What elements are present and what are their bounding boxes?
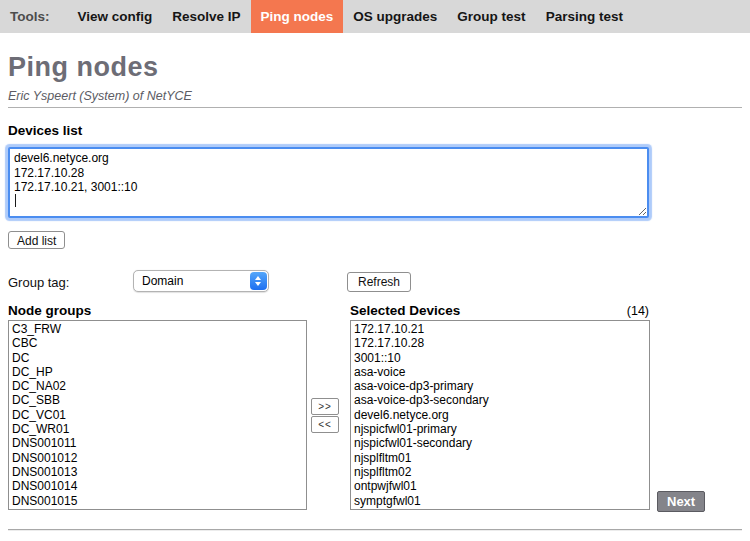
text-cursor: [15, 194, 16, 207]
top-divider: [8, 107, 742, 108]
list-item[interactable]: DC_SBB: [9, 393, 306, 407]
list-item[interactable]: DNS001014: [9, 479, 306, 493]
list-item[interactable]: DC_WR01: [9, 422, 306, 436]
list-item[interactable]: asa-voice-dp3-primary: [351, 379, 649, 393]
list-item[interactable]: DC_NA02: [9, 379, 306, 393]
devices-list-input[interactable]: devel6.netyce.org 172.17.10.28 172.17.10…: [8, 147, 649, 218]
list-item[interactable]: asa-voice-dp3-secondary: [351, 393, 649, 407]
group-tag-select[interactable]: Domain: [133, 270, 269, 292]
list-item[interactable]: 172.17.10.28: [351, 336, 649, 350]
list-item[interactable]: 172.17.10.21: [351, 322, 649, 336]
selected-devices-header: Selected Devices (14): [350, 303, 649, 318]
selected-devices-label: Selected Devices: [350, 303, 460, 318]
group-tag-selected-value: Domain: [142, 274, 183, 288]
bottom-divider: [8, 529, 742, 531]
ping-nodes-page: Tools: View config Resolve IP Ping nodes…: [0, 0, 750, 541]
list-item[interactable]: njsplfltm01: [351, 451, 649, 465]
devices-list-label: Devices list: [8, 123, 82, 138]
chevron-down-icon: [255, 282, 261, 286]
list-item[interactable]: DNS001012: [9, 451, 306, 465]
list-item[interactable]: njspicfwl01-primary: [351, 422, 649, 436]
node-groups-label: Node groups: [8, 303, 91, 318]
select-stepper: [250, 272, 267, 290]
move-right-button[interactable]: >>: [311, 398, 339, 415]
tab-os-upgrades[interactable]: OS upgrades: [343, 0, 447, 33]
refresh-button[interactable]: Refresh: [347, 272, 411, 292]
list-item[interactable]: ontpwjfwl01: [351, 479, 649, 493]
tools-label: Tools:: [0, 9, 50, 24]
tools-navbar: Tools: View config Resolve IP Ping nodes…: [0, 0, 750, 33]
list-item[interactable]: CBC: [9, 336, 306, 350]
list-item[interactable]: njsplfltm02: [351, 465, 649, 479]
add-list-button[interactable]: Add list: [8, 231, 65, 249]
list-item[interactable]: C3_FRW: [9, 322, 306, 336]
list-item[interactable]: njspicfwl01-secondary: [351, 436, 649, 450]
list-item[interactable]: DNS001013: [9, 465, 306, 479]
selected-devices-listbox[interactable]: 172.17.10.21 172.17.10.28 3001::10 asa-v…: [350, 320, 650, 510]
list-item[interactable]: DC_VC01: [9, 408, 306, 422]
next-button[interactable]: Next: [657, 491, 705, 512]
selected-devices-count: (14): [627, 304, 649, 318]
tab-ping-nodes[interactable]: Ping nodes: [251, 0, 344, 33]
tab-parsing-test[interactable]: Parsing test: [536, 0, 633, 33]
chevron-up-icon: [255, 276, 261, 280]
list-item[interactable]: DC: [9, 351, 306, 365]
list-item[interactable]: DC_HP: [9, 365, 306, 379]
devices-list-wrap: devel6.netyce.org 172.17.10.28 172.17.10…: [8, 147, 649, 222]
node-groups-listbox[interactable]: C3_FRW CBC DC DC_HP DC_NA02 DC_SBB DC_VC…: [8, 320, 307, 510]
list-item[interactable]: symptgfwl01: [351, 494, 649, 508]
page-subtitle: Eric Yspeert (System) of NetYCE: [8, 89, 192, 103]
list-item[interactable]: 3001::10: [351, 351, 649, 365]
tab-group-test[interactable]: Group test: [447, 0, 535, 33]
page-title: Ping nodes: [8, 52, 159, 83]
tab-view-config[interactable]: View config: [68, 0, 163, 33]
list-item[interactable]: asa-voice: [351, 365, 649, 379]
list-item[interactable]: devel6.netyce.org: [351, 408, 649, 422]
list-item[interactable]: DNS001011: [9, 436, 306, 450]
list-item[interactable]: DNS001015: [9, 494, 306, 508]
move-left-button[interactable]: <<: [311, 416, 339, 433]
tab-resolve-ip[interactable]: Resolve IP: [162, 0, 250, 33]
group-tag-label: Group tag:: [8, 275, 69, 290]
